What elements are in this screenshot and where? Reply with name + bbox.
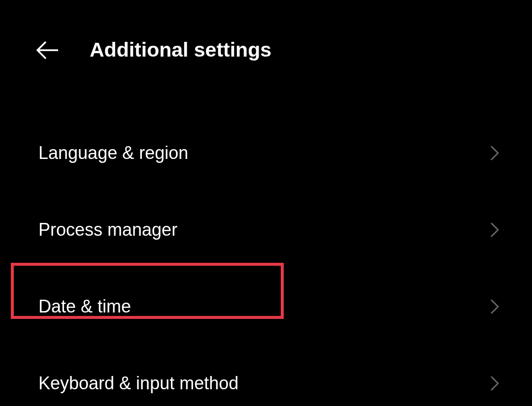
settings-item-label: Date & time <box>38 296 131 317</box>
page-header: Additional settings <box>0 0 532 62</box>
page-title: Additional settings <box>90 38 271 62</box>
settings-item-label: Keyboard & input method <box>38 373 238 394</box>
settings-list: Language & region Process manager Date &… <box>0 115 532 406</box>
settings-item-process-manager[interactable]: Process manager <box>0 191 532 268</box>
chevron-right-icon <box>488 146 502 160</box>
arrow-left-icon <box>36 41 58 59</box>
back-button[interactable] <box>36 39 58 61</box>
settings-item-label: Language & region <box>38 143 188 163</box>
settings-item-label: Process manager <box>38 219 177 240</box>
settings-item-language-region[interactable]: Language & region <box>0 115 532 191</box>
chevron-right-icon <box>488 222 502 237</box>
settings-item-date-time[interactable]: Date & time <box>0 268 532 345</box>
chevron-right-icon <box>488 376 502 391</box>
chevron-right-icon <box>488 299 502 314</box>
settings-item-keyboard-input[interactable]: Keyboard & input method <box>0 345 532 406</box>
